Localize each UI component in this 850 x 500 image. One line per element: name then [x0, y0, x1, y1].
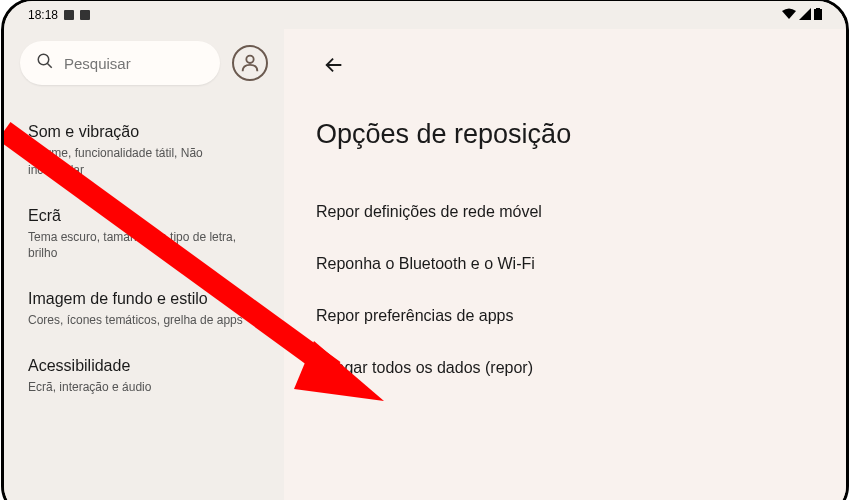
svg-rect-1: [816, 8, 820, 10]
sidebar-item-subtitle: Cores, ícones temáticos, grelha de apps: [28, 312, 260, 329]
search-icon: [36, 52, 54, 74]
sidebar-item-title: Imagem de fundo e estilo: [28, 290, 260, 308]
option-reset-app-prefs[interactable]: Repor preferências de apps: [316, 290, 814, 342]
arrow-left-icon: [323, 54, 345, 76]
notification-icon-1: [64, 10, 74, 20]
svg-line-3: [47, 63, 52, 68]
sidebar-item-title: Som e vibração: [28, 123, 260, 141]
sidebar-item-wallpaper[interactable]: Imagem de fundo e estilo Cores, ícones t…: [20, 276, 268, 343]
sidebar-item-title: Acessibilidade: [28, 357, 260, 375]
notification-icon-2: [80, 10, 90, 20]
profile-avatar[interactable]: [232, 45, 268, 81]
status-time: 18:18: [28, 8, 58, 22]
sidebar-item-display[interactable]: Ecrã Tema escuro, tamanho do tipo de let…: [20, 193, 268, 277]
sidebar: Som e vibração Volume, funcionalidade tá…: [4, 29, 284, 500]
svg-point-4: [246, 56, 253, 63]
sidebar-item-subtitle: Tema escuro, tamanho do tipo de letra, b…: [28, 229, 260, 263]
main-panel: Opções de reposição Repor definições de …: [284, 29, 846, 500]
svg-point-2: [38, 54, 49, 65]
sidebar-item-subtitle: Volume, funcionalidade tátil, Não incomo…: [28, 145, 260, 179]
option-reset-bluetooth-wifi[interactable]: Reponha o Bluetooth e o Wi-Fi: [316, 238, 814, 290]
sidebar-item-subtitle: Ecrã, interação e áudio: [28, 379, 260, 396]
option-reset-network[interactable]: Repor definições de rede móvel: [316, 186, 814, 238]
svg-rect-0: [814, 9, 822, 20]
wifi-icon: [782, 8, 796, 23]
sidebar-item-accessibility[interactable]: Acessibilidade Ecrã, interação e áudio: [20, 343, 268, 410]
battery-icon: [814, 8, 822, 23]
search-field[interactable]: [20, 41, 220, 85]
sidebar-item-sound[interactable]: Som e vibração Volume, funcionalidade tá…: [20, 109, 268, 193]
device-frame: 18:18: [1, 0, 849, 500]
option-erase-all-data[interactable]: Apagar todos os dados (repor): [316, 342, 814, 394]
back-button[interactable]: [316, 47, 352, 83]
sidebar-item-title: Ecrã: [28, 207, 260, 225]
signal-icon: [799, 8, 811, 23]
status-bar: 18:18: [4, 1, 846, 29]
page-title: Opções de reposição: [316, 119, 814, 150]
search-input[interactable]: [64, 55, 204, 72]
